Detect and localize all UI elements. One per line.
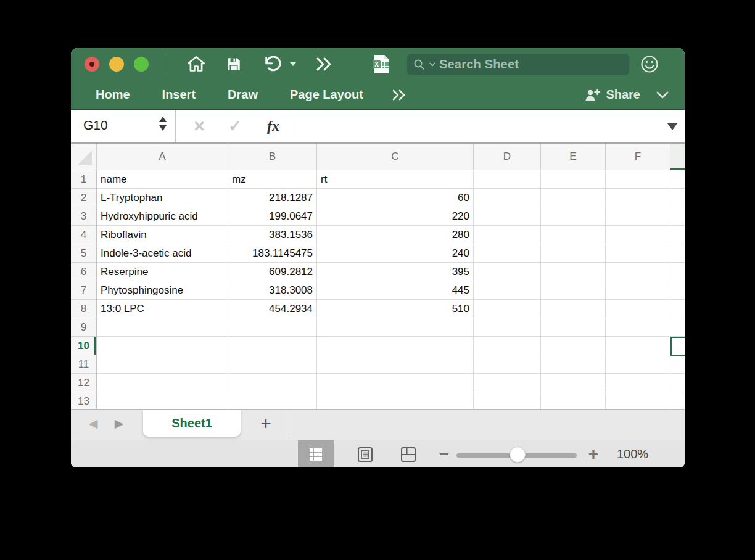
- cell-G11[interactable]: [670, 355, 685, 374]
- cell-G5[interactable]: [670, 244, 685, 263]
- zoom-slider-thumb[interactable]: [510, 447, 526, 463]
- cell-C10[interactable]: [317, 337, 474, 355]
- cell-F9[interactable]: [606, 318, 670, 337]
- minimize-button[interactable]: [109, 57, 124, 72]
- cell-E12[interactable]: [541, 374, 606, 392]
- cell-B8[interactable]: 454.2934: [228, 300, 317, 318]
- cell-F6[interactable]: [606, 263, 670, 281]
- cell-B5[interactable]: 183.1145475: [228, 244, 317, 263]
- row-header-1[interactable]: 1: [71, 170, 97, 189]
- cell-B13[interactable]: [228, 392, 317, 409]
- column-header-F[interactable]: F: [606, 144, 670, 170]
- cell-D3[interactable]: [474, 207, 541, 226]
- tab-insert[interactable]: Insert: [162, 88, 196, 102]
- cell-D5[interactable]: [474, 244, 541, 263]
- cell-A1[interactable]: name: [97, 170, 228, 189]
- cell-E9[interactable]: [541, 318, 606, 337]
- row-header-9[interactable]: 9: [71, 318, 97, 337]
- undo-dropdown-icon[interactable]: [287, 54, 299, 74]
- column-header-B[interactable]: B: [228, 144, 317, 170]
- cell-E5[interactable]: [541, 244, 606, 263]
- cell-F13[interactable]: [606, 392, 670, 409]
- cell-E2[interactable]: [541, 189, 606, 207]
- sheet-tab-sheet1[interactable]: Sheet1: [143, 410, 241, 437]
- column-header-partial[interactable]: [670, 144, 685, 170]
- cell-E3[interactable]: [541, 207, 606, 226]
- zoom-slider[interactable]: [456, 448, 577, 461]
- cell-G8[interactable]: [670, 300, 685, 318]
- cell-E13[interactable]: [541, 392, 606, 409]
- cell-F8[interactable]: [606, 300, 670, 318]
- row-header-3[interactable]: 3: [71, 207, 97, 226]
- save-icon[interactable]: [223, 54, 245, 74]
- cell-F7[interactable]: [606, 281, 670, 300]
- cell-A6[interactable]: Reserpine: [97, 263, 228, 281]
- page-layout-view-button[interactable]: [347, 440, 383, 467]
- cell-D13[interactable]: [474, 392, 541, 409]
- cell-A11[interactable]: [97, 355, 228, 374]
- cell-A7[interactable]: Phytosphingosine: [97, 281, 228, 300]
- cell-F12[interactable]: [606, 374, 670, 392]
- cell-D11[interactable]: [474, 355, 541, 374]
- row-header-8[interactable]: 8: [71, 300, 97, 318]
- row-header-5[interactable]: 5: [71, 244, 97, 263]
- formula-bar-expand-icon[interactable]: [667, 123, 677, 130]
- cell-F5[interactable]: [606, 244, 670, 263]
- cell-E1[interactable]: [541, 170, 606, 189]
- feedback-smiley-icon[interactable]: [638, 54, 661, 74]
- confirm-entry-icon[interactable]: ✓: [224, 110, 246, 142]
- row-header-6[interactable]: 6: [71, 263, 97, 281]
- cell-C11[interactable]: [317, 355, 474, 374]
- cell-E10[interactable]: [541, 337, 606, 355]
- cell-D9[interactable]: [474, 318, 541, 337]
- share-button[interactable]: Share: [584, 80, 640, 109]
- stepper-down-icon[interactable]: [159, 125, 167, 131]
- tab-page-layout[interactable]: Page Layout: [290, 88, 363, 102]
- tab-home[interactable]: Home: [96, 88, 130, 102]
- cell-G3[interactable]: [670, 207, 685, 226]
- name-box-stepper[interactable]: [159, 117, 167, 131]
- cell-G13[interactable]: [670, 392, 685, 409]
- cell-E4[interactable]: [541, 226, 606, 244]
- cell-C5[interactable]: 240: [317, 244, 474, 263]
- zoom-in-button[interactable]: +: [584, 445, 603, 464]
- cell-B6[interactable]: 609.2812: [228, 263, 317, 281]
- cell-D7[interactable]: [474, 281, 541, 300]
- cell-A10[interactable]: [97, 337, 228, 355]
- cell-D10[interactable]: [474, 337, 541, 355]
- cell-B7[interactable]: 318.3008: [228, 281, 317, 300]
- cell-E11[interactable]: [541, 355, 606, 374]
- cell-G7[interactable]: [670, 281, 685, 300]
- cell-F10[interactable]: [606, 337, 670, 355]
- cell-G6[interactable]: [670, 263, 685, 281]
- cell-F3[interactable]: [606, 207, 670, 226]
- row-header-2[interactable]: 2: [71, 189, 97, 207]
- sheet-nav-back-icon[interactable]: ◀: [86, 416, 101, 430]
- cell-C8[interactable]: 510: [317, 300, 474, 318]
- cell-B4[interactable]: 383.1536: [228, 226, 317, 244]
- cell-B1[interactable]: mz: [228, 170, 317, 189]
- cell-C12[interactable]: [317, 374, 474, 392]
- search-input[interactable]: Search Sheet: [407, 54, 629, 75]
- formula-input[interactable]: [300, 110, 660, 142]
- sheet-nav-forward-icon[interactable]: ▶: [112, 416, 126, 430]
- stepper-up-icon[interactable]: [159, 117, 167, 122]
- cancel-entry-icon[interactable]: ✕: [188, 110, 210, 142]
- cell-C4[interactable]: 280: [317, 226, 474, 244]
- normal-view-button[interactable]: [298, 440, 334, 467]
- cell-A9[interactable]: [97, 318, 228, 337]
- tab-draw[interactable]: Draw: [228, 88, 258, 102]
- cell-B10[interactable]: [228, 337, 317, 355]
- row-header-11[interactable]: 11: [71, 355, 97, 374]
- add-sheet-button[interactable]: +: [255, 412, 277, 435]
- cell-A2[interactable]: L-Tryptophan: [97, 189, 228, 207]
- cell-D12[interactable]: [474, 374, 541, 392]
- row-header-7[interactable]: 7: [71, 281, 97, 300]
- cell-F2[interactable]: [606, 189, 670, 207]
- cell-C7[interactable]: 445: [317, 281, 474, 300]
- close-button[interactable]: [85, 57, 99, 72]
- row-header-4[interactable]: 4: [71, 226, 97, 244]
- cell-G4[interactable]: [670, 226, 685, 244]
- fullscreen-button[interactable]: [134, 57, 149, 72]
- cell-D1[interactable]: [474, 170, 541, 189]
